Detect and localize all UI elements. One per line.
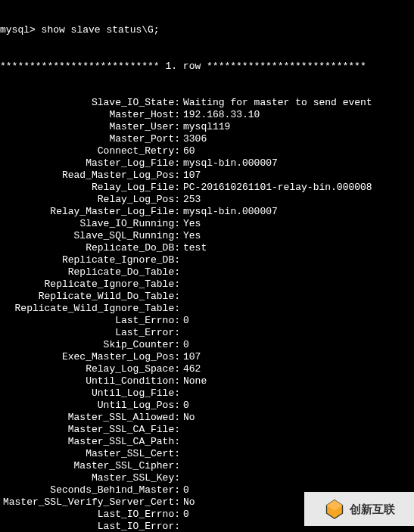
status-row: Master_SSL_CA_Path: [0, 436, 414, 448]
field-value: 0 [180, 509, 189, 521]
field-value: 0 [180, 315, 189, 327]
status-row: Relay_Log_Space:462 [0, 363, 414, 375]
slave-status-fields: Slave_IO_State:Waiting for master to sen… [0, 97, 414, 532]
field-label: Until_Condition: [0, 375, 180, 387]
field-label: Last_Error: [0, 327, 180, 339]
field-label: Replicate_Ignore_Table: [0, 278, 180, 291]
status-row: Replicate_Wild_Ignore_Table: [0, 303, 414, 315]
field-label: Master_Host: [0, 109, 180, 121]
status-row: Replicate_Do_Table: [0, 266, 414, 278]
field-label: Until_Log_Pos: [0, 400, 180, 412]
field-label: Master_SSL_CA_File: [0, 424, 180, 436]
field-label: Until_Log_File: [0, 387, 180, 400]
status-row: Skip_Counter:0 [0, 339, 414, 351]
status-row: Until_Log_Pos:0 [0, 400, 414, 412]
field-label: Master_SSL_CA_Path: [0, 436, 180, 448]
field-value: 107 [180, 351, 201, 363]
field-value: 60 [180, 145, 195, 157]
status-row: Master_SSL_Cert: [0, 448, 414, 460]
field-value: 253 [180, 194, 201, 206]
field-value: Yes [180, 230, 201, 242]
field-label: Relay_Log_File: [0, 182, 180, 194]
field-value: 0 [180, 484, 189, 496]
field-value: mysql-bin.000007 [180, 157, 278, 170]
status-row: Last_Error: [0, 327, 414, 339]
watermark-badge: 创新互联 [304, 492, 414, 526]
field-value: mysql-bin.000007 [180, 206, 278, 218]
field-label: Replicate_Do_DB: [0, 242, 180, 254]
field-label: Replicate_Wild_Do_Table: [0, 291, 180, 303]
field-label: Master_SSL_Verify_Server_Cert: [0, 496, 180, 509]
field-label: Master_SSL_Key: [0, 472, 180, 484]
field-label: Last_IO_Error: [0, 521, 180, 532]
status-row: Until_Condition:None [0, 375, 414, 387]
field-label: Master_User: [0, 121, 180, 133]
field-value: No [180, 496, 195, 509]
field-label: Relay_Master_Log_File: [0, 206, 180, 218]
status-row: Master_Log_File:mysql-bin.000007 [0, 157, 414, 170]
status-row: Replicate_Do_DB:test [0, 242, 414, 254]
status-row: Master_SSL_Key: [0, 472, 414, 484]
status-row: Exec_Master_Log_Pos:107 [0, 351, 414, 363]
field-label: Slave_IO_State: [0, 97, 180, 109]
field-value: 0 [180, 400, 189, 412]
status-row: Master_SSL_CA_File: [0, 424, 414, 436]
field-label: Master_SSL_Allowed: [0, 412, 180, 424]
field-value: mysql119 [180, 121, 230, 133]
status-row: Relay_Master_Log_File:mysql-bin.000007 [0, 206, 414, 218]
field-value: test [180, 242, 207, 254]
status-row: Master_Port:3306 [0, 133, 414, 145]
status-row: Slave_IO_Running:Yes [0, 218, 414, 230]
field-value: PC-201610261101-relay-bin.000008 [180, 182, 372, 194]
field-label: Slave_SQL_Running: [0, 230, 180, 242]
status-row: Master_Host:192.168.33.10 [0, 109, 414, 121]
field-value: 0 [180, 339, 189, 351]
field-label: Read_Master_Log_Pos: [0, 170, 180, 182]
field-value: 462 [180, 363, 201, 375]
field-value: 192.168.33.10 [180, 109, 260, 121]
field-label: Last_Errno: [0, 315, 180, 327]
status-row: Master_SSL_Cipher: [0, 460, 414, 472]
status-row: Until_Log_File: [0, 387, 414, 400]
status-row: Connect_Retry:60 [0, 145, 414, 157]
field-label: Skip_Counter: [0, 339, 180, 351]
watermark-text: 创新互联 [350, 503, 395, 515]
terminal-output[interactable]: mysql> show slave status\G; ************… [0, 0, 414, 532]
field-value: Yes [180, 218, 201, 230]
status-row: Slave_IO_State:Waiting for master to sen… [0, 97, 414, 109]
status-row: Replicate_Ignore_Table: [0, 278, 414, 291]
field-label: Master_Port: [0, 133, 180, 145]
status-row: Master_User:mysql119 [0, 121, 414, 133]
status-row: Replicate_Ignore_DB: [0, 254, 414, 266]
field-label: Last_IO_Errno: [0, 509, 180, 521]
field-label: Replicate_Ignore_DB: [0, 254, 180, 266]
field-value: No [180, 412, 195, 424]
field-label: Exec_Master_Log_Pos: [0, 351, 180, 363]
status-row: Read_Master_Log_Pos:107 [0, 170, 414, 182]
status-row: Relay_Log_Pos:253 [0, 194, 414, 206]
field-value: 107 [180, 170, 201, 182]
field-label: Master_Log_File: [0, 157, 180, 170]
field-label: Master_SSL_Cipher: [0, 460, 180, 472]
status-row: Relay_Log_File:PC-201610261101-relay-bin… [0, 182, 414, 194]
row-separator: *************************** 1. row *****… [0, 61, 414, 73]
field-label: Master_SSL_Cert: [0, 448, 180, 460]
field-value: None [180, 375, 207, 387]
field-label: Relay_Log_Pos: [0, 194, 180, 206]
field-value: Waiting for master to send event [180, 97, 372, 109]
status-row: Replicate_Wild_Do_Table: [0, 291, 414, 303]
field-label: Slave_IO_Running: [0, 218, 180, 230]
command-prompt: mysql> show slave status\G; [0, 24, 414, 36]
field-label: Connect_Retry: [0, 145, 180, 157]
field-label: Seconds_Behind_Master: [0, 484, 180, 496]
status-row: Master_SSL_Allowed:No [0, 412, 414, 424]
field-label: Relay_Log_Space: [0, 363, 180, 375]
status-row: Slave_SQL_Running:Yes [0, 230, 414, 242]
status-row: Last_Errno:0 [0, 315, 414, 327]
field-value: 3306 [180, 133, 207, 145]
watermark-logo-icon [324, 499, 345, 520]
field-label: Replicate_Wild_Ignore_Table: [0, 303, 180, 315]
field-label: Replicate_Do_Table: [0, 266, 180, 278]
